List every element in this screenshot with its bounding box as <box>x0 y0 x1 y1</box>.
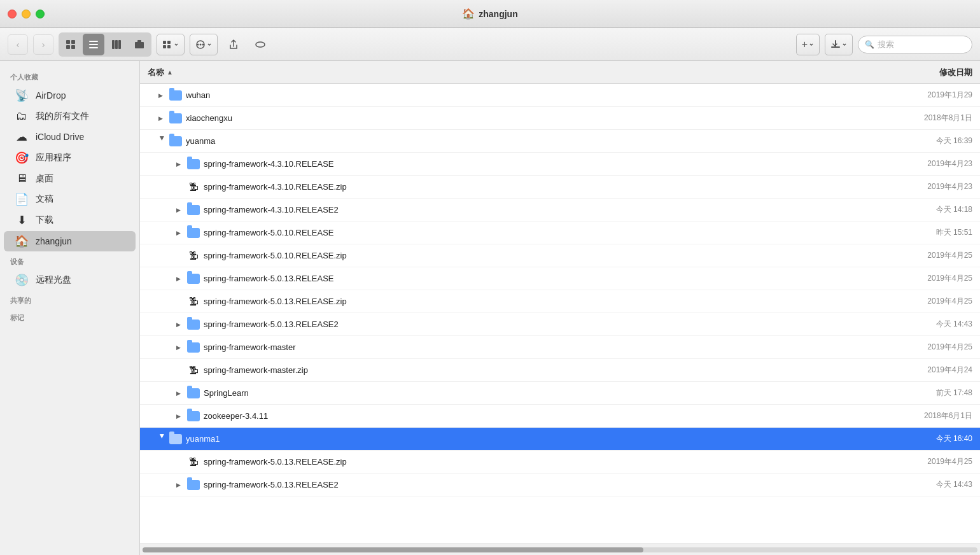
sidebar-item-zhangjun[interactable]: 🏠 zhangjun <box>4 231 136 251</box>
file-row[interactable]: ▶ spring-framework-5.0.13.RELEASE2 今天 14… <box>140 474 980 496</box>
zip-icon: 🗜 <box>187 456 200 468</box>
file-row[interactable]: 🗜 spring-framework-master.zip 2019年4月24 <box>140 359 980 382</box>
file-row[interactable]: ▶ spring-framework-4.3.10.RELEASE2 今天 14… <box>140 199 980 221</box>
file-row[interactable]: ▶ spring-framework-5.0.13.RELEASE 2019年4… <box>140 267 980 290</box>
view-columns-button[interactable] <box>106 34 127 55</box>
expand-icon[interactable]: ▶ <box>155 434 165 444</box>
file-date: 2019年4月25 <box>858 342 972 353</box>
scrollbar-thumb[interactable] <box>143 547 643 552</box>
apps-icon: 🎯 <box>14 151 29 165</box>
collapse-icon[interactable]: ▶ <box>173 228 183 238</box>
collapse-icon[interactable]: ▶ <box>155 113 165 123</box>
file-row[interactable]: ▶ xiaochengxu 2018年8月1日 <box>140 107 980 130</box>
share-button[interactable] <box>223 34 244 55</box>
maximize-button[interactable] <box>36 10 45 18</box>
sidebar-section-favorites: 个人收藏 <box>0 67 139 85</box>
sidebar-item-label: iCloud Drive <box>36 132 84 142</box>
file-date: 2019年4月23 <box>858 181 972 192</box>
folder-icon <box>187 341 200 354</box>
view-list-button[interactable] <box>83 34 104 55</box>
collapse-icon[interactable]: ▶ <box>155 90 165 101</box>
collapse-icon[interactable]: ▶ <box>173 320 183 330</box>
file-row[interactable]: ▶ wuhan 2019年1月29 <box>140 84 980 107</box>
svg-rect-14 <box>167 41 171 44</box>
file-date: 2019年4月24 <box>858 365 972 376</box>
expand-icon[interactable]: ▶ <box>155 136 165 146</box>
group-button[interactable] <box>157 34 185 55</box>
file-row[interactable]: 🗜 spring-framework-5.0.10.RELEASE.zip 20… <box>140 244 980 267</box>
sidebar-item-airdrop[interactable]: 📡 AirDrop <box>4 85 136 106</box>
collapse-icon[interactable]: ▶ <box>173 388 183 398</box>
sidebar-item-apps[interactable]: 🎯 应用程序 <box>4 148 136 168</box>
zip-icon: 🗜 <box>187 249 200 262</box>
home-icon: 🏠 <box>14 234 29 248</box>
file-row[interactable]: ▶ SpringLearn 前天 17:48 <box>140 382 980 405</box>
arrange-button[interactable] <box>825 34 853 55</box>
zip-icon: 🗜 <box>187 181 200 193</box>
svg-rect-21 <box>831 46 840 48</box>
file-row[interactable]: 🗜 spring-framework-5.0.13.RELEASE.zip 20… <box>140 451 980 474</box>
back-button[interactable]: ‹ <box>8 34 28 55</box>
window-title: 🏠 zhangjun <box>462 8 517 20</box>
horizontal-scrollbar[interactable] <box>143 547 977 552</box>
view-icons-button[interactable] <box>60 34 81 55</box>
action-button[interactable] <box>190 34 218 55</box>
file-row[interactable]: ▶ yuanma 今天 16:39 <box>140 130 980 153</box>
file-row[interactable]: ▶ spring-framework-4.3.10.RELEASE 2019年4… <box>140 153 980 176</box>
forward-button[interactable]: › <box>33 34 53 55</box>
file-row[interactable]: ▶ zookeeper-3.4.11 2018年6月1日 <box>140 405 980 428</box>
sidebar-item-downloads[interactable]: ⬇ 下载 <box>4 210 136 230</box>
add-button[interactable]: + <box>796 34 820 55</box>
minimize-button[interactable] <box>22 10 31 18</box>
collapse-icon[interactable]: ▶ <box>173 342 183 353</box>
search-box[interactable]: 🔍 搜索 <box>858 36 972 53</box>
collapse-icon[interactable]: ▶ <box>173 411 183 421</box>
sidebar-item-docs[interactable]: 📄 文稿 <box>4 189 136 209</box>
sidebar-item-all-files[interactable]: 🗂 我的所有文件 <box>4 106 136 126</box>
file-row[interactable]: 🗜 spring-framework-4.3.10.RELEASE.zip 20… <box>140 176 980 199</box>
folder-icon <box>187 272 200 285</box>
file-date: 2019年4月25 <box>858 296 972 307</box>
sidebar-item-icloud[interactable]: ☁ iCloud Drive <box>4 127 136 147</box>
folder-icon <box>187 158 200 171</box>
collapse-icon[interactable]: ▶ <box>173 205 183 215</box>
sidebar-item-remote-disk[interactable]: 💿 远程光盘 <box>4 270 136 290</box>
file-date: 2019年1月29 <box>858 90 972 101</box>
close-button[interactable] <box>8 10 17 18</box>
zip-icon: 🗜 <box>187 295 200 308</box>
home-icon: 🏠 <box>462 8 475 20</box>
file-row[interactable]: ▶ spring-framework-5.0.13.RELEASE2 今天 14… <box>140 313 980 336</box>
svg-rect-15 <box>167 45 171 48</box>
svg-rect-1 <box>71 40 75 44</box>
sidebar-section-shared: 共享的 <box>0 291 139 308</box>
sidebar-item-label: 文稿 <box>36 193 53 205</box>
collapse-icon[interactable]: ▶ <box>173 159 183 169</box>
folder-icon <box>169 112 182 125</box>
folder-icon <box>187 227 200 239</box>
file-date: 今天 16:40 <box>858 433 972 444</box>
file-row[interactable]: ▶ spring-framework-5.0.10.RELEASE 昨天 15:… <box>140 221 980 244</box>
file-name: spring-framework-4.3.10.RELEASE <box>204 159 858 169</box>
file-row[interactable]: ▶ spring-framework-master 2019年4月25 <box>140 336 980 359</box>
file-name: spring-framework-5.0.13.RELEASE <box>204 274 858 283</box>
file-row[interactable]: ▶ yuanma1 今天 16:40 <box>140 428 980 451</box>
folder-icon <box>187 479 200 491</box>
file-name: spring-framework-4.3.10.RELEASE.zip <box>204 182 858 192</box>
collapse-icon[interactable]: ▶ <box>173 274 183 284</box>
search-placeholder: 搜索 <box>878 39 894 50</box>
tag-button[interactable] <box>249 34 271 55</box>
sidebar: 个人收藏 📡 AirDrop 🗂 我的所有文件 ☁ iCloud Drive 🎯… <box>0 61 140 555</box>
sidebar-item-desktop[interactable]: 🖥 桌面 <box>4 169 136 188</box>
collapse-icon[interactable]: ▶ <box>173 480 183 490</box>
file-name: spring-framework-5.0.10.RELEASE <box>204 228 858 237</box>
file-name: xiaochengxu <box>186 113 858 123</box>
file-row[interactable]: 🗜 spring-framework-5.0.13.RELEASE.zip 20… <box>140 290 980 313</box>
folder-icon <box>187 387 200 400</box>
file-date: 今天 14:18 <box>858 204 972 215</box>
file-list-body: ▶ wuhan 2019年1月29 ▶ xiaochengxu 2018年8月1… <box>140 84 980 544</box>
file-date: 前天 17:48 <box>858 388 972 398</box>
svg-rect-0 <box>66 40 70 44</box>
col-name-header[interactable]: 名称 ▲ <box>148 67 858 78</box>
view-cover-button[interactable] <box>129 34 150 55</box>
file-name: spring-framework-5.0.10.RELEASE.zip <box>204 251 858 260</box>
